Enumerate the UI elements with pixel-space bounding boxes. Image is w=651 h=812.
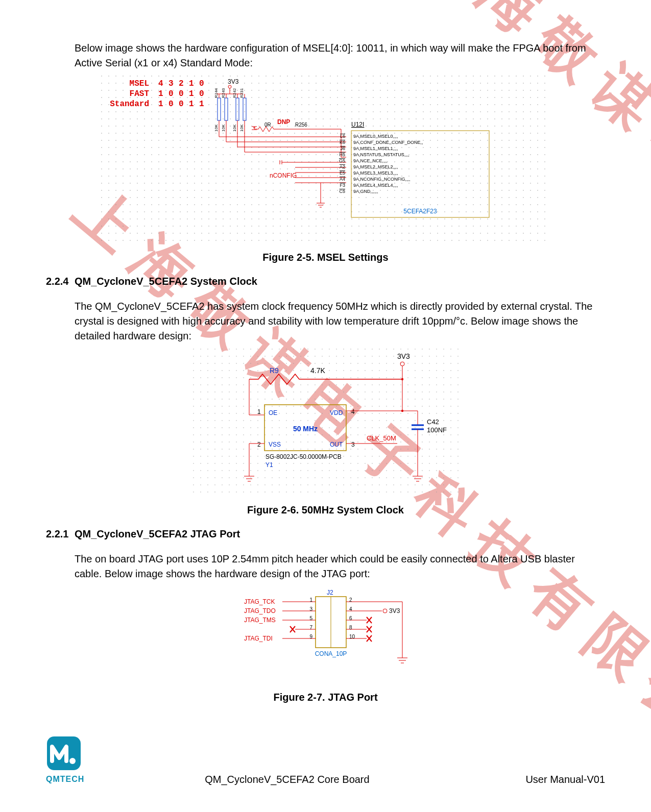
- svg-text:9A,MSEL3,,MSEL3,,,,: 9A,MSEL3,,MSEL3,,,,: [353, 170, 398, 176]
- svg-text:7: 7: [309, 625, 312, 630]
- svg-text:3V3: 3V3: [389, 607, 400, 614]
- svg-rect-92: [193, 349, 459, 497]
- figure-2-5-caption: Figure 2-5. MSEL Settings: [46, 250, 605, 265]
- svg-text:nCONFIG: nCONFIG: [270, 172, 297, 179]
- svg-text:CONA_10P: CONA_10P: [315, 650, 347, 657]
- svg-text:3: 3: [168, 79, 174, 88]
- section-title: QM_CycloneV_5CEFA2 System Clock: [75, 274, 257, 289]
- svg-text:1: 1: [189, 89, 194, 99]
- svg-text:U12I: U12I: [351, 121, 364, 128]
- svg-text:9A,NSTATUS,,NSTATUS,,,,: 9A,NSTATUS,,NSTATUS,,,,: [353, 152, 409, 157]
- svg-text:VDD: VDD: [330, 409, 343, 416]
- svg-text:R244: R244: [214, 88, 219, 98]
- svg-text:100NF: 100NF: [427, 426, 447, 434]
- svg-text:A2: A2: [339, 164, 345, 169]
- svg-text:3V3: 3V3: [397, 352, 410, 360]
- section-2-2-4-body: The QM_CycloneV_5CEFA2 has system clock …: [75, 299, 600, 343]
- section-2-2-4-heading: 2.2.4 QM_CycloneV_5CEFA2 System Clock: [46, 274, 605, 289]
- svg-text:R256: R256: [295, 122, 307, 128]
- svg-text:0: 0: [199, 89, 204, 99]
- figure-2-6-caption: Figure 2-6. 50MHz System Clock: [46, 503, 605, 518]
- svg-text:C5: C5: [339, 189, 345, 194]
- svg-text:VSS: VSS: [269, 441, 281, 448]
- footer-center: QM_CycloneV_5CEFA2 Core Board: [205, 772, 369, 787]
- svg-text:K6: K6: [339, 140, 345, 145]
- svg-text:JTAG_TCK: JTAG_TCK: [244, 598, 275, 605]
- svg-text:0: 0: [179, 89, 184, 99]
- svg-text:9A,MSEL1,,MSEL1,,,,: 9A,MSEL1,,MSEL1,,,,: [353, 146, 398, 151]
- svg-text:Y1: Y1: [266, 461, 273, 469]
- svg-text:SG-8002JC-50.0000M-PCB: SG-8002JC-50.0000M-PCB: [266, 453, 342, 460]
- svg-text:3V3: 3V3: [228, 78, 239, 85]
- svg-text:9A,NCE,,NCE,,,,: 9A,NCE,,NCE,,,,: [353, 158, 388, 163]
- svg-text:9A,GND,,,,,,: 9A,GND,,,,,,: [353, 189, 378, 194]
- svg-text:10K: 10K: [214, 124, 219, 132]
- footer-right: User Manual-V01: [525, 772, 605, 787]
- svg-text:JTAG_TDI: JTAG_TDI: [244, 635, 273, 642]
- figure-2-7-caption: Figure 2-7. JTAG Port: [46, 690, 605, 705]
- svg-text:10: 10: [349, 634, 355, 639]
- svg-text:9A,MSEL2,,MSEL2,,,,: 9A,MSEL2,,MSEL2,,,,: [353, 164, 398, 169]
- svg-text:10K: 10K: [221, 124, 226, 132]
- svg-text:3: 3: [309, 606, 312, 612]
- svg-text:2: 2: [257, 441, 261, 448]
- svg-text:10K: 10K: [239, 124, 244, 132]
- svg-text:1: 1: [158, 89, 163, 99]
- clock-diagram: 3V3 R9 4.7K OE VDD VSS OUT 50 MHz 1 2 3 …: [193, 349, 459, 497]
- svg-text:0: 0: [179, 100, 184, 109]
- svg-text:9A,MSEL4,,MSEL4,,,,: 9A,MSEL4,,MSEL4,,,,: [353, 183, 398, 188]
- svg-text:G5: G5: [339, 158, 345, 163]
- section-num: 2.2.4: [46, 274, 75, 289]
- svg-text:J2: J2: [327, 589, 333, 596]
- svg-text:0: 0: [168, 89, 174, 99]
- svg-text:DNP: DNP: [277, 118, 290, 126]
- svg-text:Standard: Standard: [110, 100, 149, 109]
- svg-text:OE: OE: [269, 409, 277, 416]
- svg-text:H5: H5: [339, 152, 345, 157]
- svg-text:1: 1: [189, 100, 194, 109]
- svg-text:4: 4: [351, 408, 355, 415]
- svg-text:50 MHz: 50 MHz: [293, 425, 317, 433]
- svg-text:3: 3: [351, 441, 355, 448]
- svg-text:1: 1: [158, 100, 163, 109]
- svg-text:R242: R242: [232, 88, 237, 98]
- svg-text:R231: R231: [239, 88, 244, 98]
- svg-text:5CEFA2F23: 5CEFA2F23: [403, 208, 437, 215]
- section-title: QM_CycloneV_5CEFA2 JTAG Port: [75, 527, 240, 542]
- svg-text:L6: L6: [340, 134, 345, 139]
- svg-text:R243: R243: [221, 88, 226, 98]
- intro-paragraph: Below image shows the hardware configura…: [75, 41, 600, 70]
- svg-text:6: 6: [349, 616, 352, 621]
- svg-point-98: [401, 378, 403, 380]
- svg-text:JTAG_TMS: JTAG_TMS: [244, 617, 276, 624]
- svg-text:C42: C42: [427, 418, 439, 426]
- svg-text:E5: E5: [339, 170, 345, 176]
- svg-text:F3: F3: [340, 183, 345, 188]
- svg-point-167: [383, 609, 387, 613]
- svg-text:1: 1: [189, 79, 194, 88]
- svg-text:2: 2: [179, 79, 184, 88]
- svg-text:JTAG_TDO: JTAG_TDO: [244, 607, 276, 614]
- svg-text:MSEL: MSEL: [129, 79, 149, 88]
- svg-text:1: 1: [309, 597, 312, 603]
- svg-text:J6: J6: [340, 146, 345, 151]
- svg-text:0: 0: [199, 79, 204, 88]
- svg-text:1: 1: [257, 408, 261, 415]
- qmtech-logo: QMTECH: [46, 735, 87, 785]
- svg-text:9A,NCONFIG,,NCONFIG,,,,: 9A,NCONFIG,,NCONFIG,,,,: [353, 177, 411, 182]
- svg-text:A4: A4: [339, 177, 345, 182]
- svg-text:R9: R9: [270, 366, 279, 375]
- svg-text:4: 4: [158, 79, 163, 88]
- svg-text:1: 1: [199, 100, 204, 109]
- section-2-2-1-body: The on board JTAG port uses 10P 2.54mm p…: [75, 552, 600, 581]
- svg-text:8: 8: [349, 625, 352, 630]
- svg-point-176: [69, 758, 76, 764]
- svg-text:10K: 10K: [232, 124, 237, 132]
- qmtech-logo-text: QMTECH: [46, 773, 87, 785]
- msel-diagram: MSEL 4 3 2 1 0 FAST 1 0 0 1 0 Standard 1…: [101, 76, 550, 244]
- svg-text:2: 2: [349, 597, 352, 603]
- svg-text:0R: 0R: [264, 122, 271, 128]
- jtag-diagram: J2 JTAG_TCK JTAG_TDO JTAG_TMS JTAG_TDI: [213, 586, 438, 676]
- svg-text:0: 0: [168, 100, 174, 109]
- svg-text:CLK_50M: CLK_50M: [367, 434, 396, 442]
